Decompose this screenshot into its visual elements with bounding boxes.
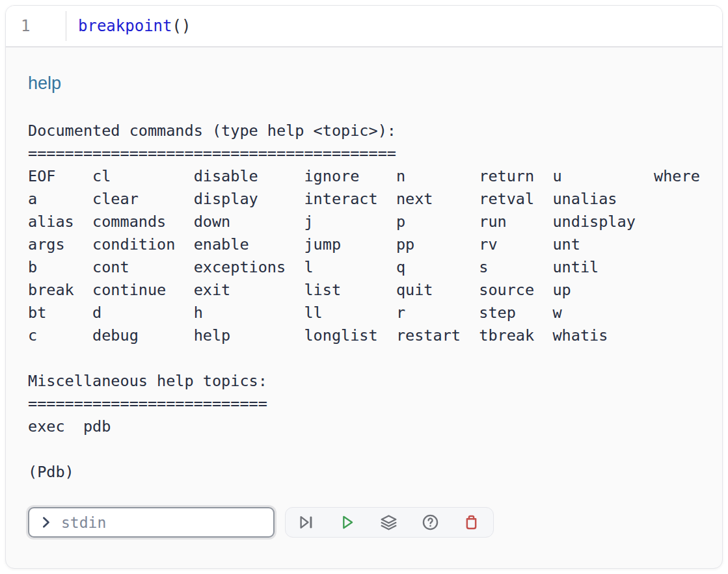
console-controls-row [28, 507, 700, 538]
step-forward-button[interactable] [286, 508, 327, 537]
stdin-inputbox[interactable] [28, 507, 275, 538]
skip-forward-icon [297, 514, 315, 531]
line-number-gutter: 1 [6, 17, 66, 35]
line-number: 1 [21, 17, 30, 35]
code-function-token: breakpoint [78, 17, 172, 35]
stack-button[interactable] [368, 508, 410, 537]
code-editor-row: 1 breakpoint() [6, 6, 722, 47]
run-button[interactable] [327, 508, 369, 537]
console-output: Documented commands (type help <topic>):… [28, 120, 700, 484]
play-icon [339, 514, 357, 531]
debug-toolbar [285, 507, 494, 538]
help-circle-icon [422, 514, 439, 531]
layers-icon [380, 514, 398, 531]
code-punctuation-token: () [172, 17, 191, 35]
chevron-right-icon [38, 514, 54, 530]
trash-icon [463, 514, 480, 531]
code-line[interactable]: breakpoint() [66, 17, 191, 35]
console-area: help Documented commands (type help <top… [6, 47, 722, 538]
repl-card: 1 breakpoint() help Documented commands … [5, 5, 723, 569]
stdin-input[interactable] [60, 514, 265, 532]
clear-button[interactable] [451, 508, 492, 537]
help-button[interactable] [410, 508, 452, 537]
echoed-command: help [28, 73, 700, 94]
